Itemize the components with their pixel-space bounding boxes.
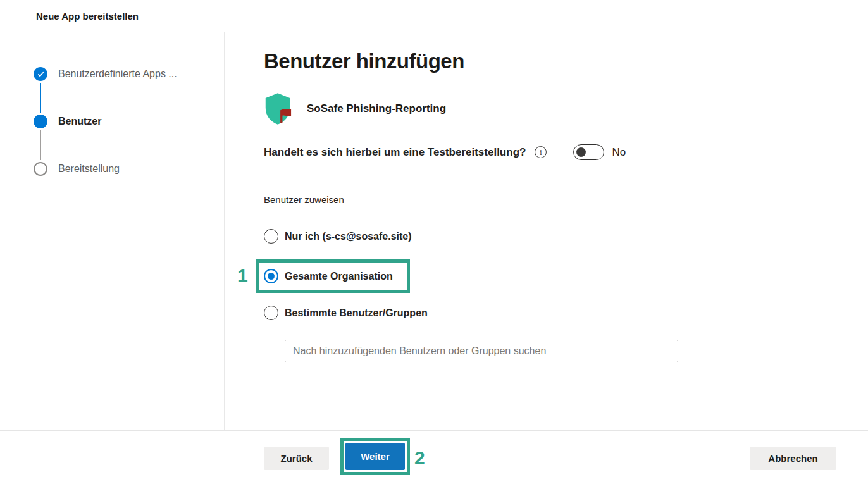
annotation-number-1: 1: [237, 265, 248, 287]
wizard-step-users[interactable]: Benutzer: [34, 115, 177, 128]
dialog-title: Neue App bereitstellen: [36, 0, 139, 32]
wizard-sidebar: Benutzerdefinierte Apps ... Benutzer Ber…: [0, 32, 225, 430]
step-completed-check-icon: [34, 67, 47, 81]
toggle-value-label: No: [612, 146, 626, 159]
radio-selected-icon[interactable]: [264, 269, 278, 283]
wizard-step-label: Bereitstellung: [58, 163, 120, 175]
app-name: SoSafe Phishing-Reporting: [307, 102, 446, 115]
info-icon[interactable]: i: [535, 146, 547, 158]
radio-option-label: Nur ich (s-cs@sosafe.site): [285, 231, 412, 242]
back-button[interactable]: Zurück: [264, 447, 329, 470]
wizard-steps: Benutzerdefinierte Apps ... Benutzer Ber…: [34, 67, 177, 176]
radio-option-label: Bestimmte Benutzer/Gruppen: [285, 307, 428, 319]
test-deployment-row: Handelt es sich hierbei um eine Testbere…: [264, 144, 626, 160]
wizard-step-label: Benutzerdefinierte Apps ...: [58, 68, 177, 80]
toggle-knob-icon: [576, 147, 586, 157]
assign-users-label: Benutzer zuweisen: [264, 194, 344, 205]
radio-option-specific-users[interactable]: Bestimmte Benutzer/Gruppen: [264, 306, 428, 320]
next-button[interactable]: Weiter: [345, 443, 405, 470]
page-title: Benutzer hinzufügen: [264, 49, 464, 73]
radio-unselected-icon[interactable]: [264, 306, 278, 320]
radio-option-only-me[interactable]: Nur ich (s-cs@sosafe.site): [264, 229, 412, 244]
user-group-search-input[interactable]: [285, 340, 678, 362]
step-upcoming-circle-icon: [34, 162, 47, 176]
annotation-highlight-box: Weiter: [340, 438, 410, 475]
shield-flag-icon: [264, 92, 292, 125]
main-content: Benutzer hinzufügen SoSafe Phishing-Repo…: [225, 32, 868, 430]
deploy-app-dialog: Neue App bereitstellen Benutzerdefiniert…: [0, 0, 868, 477]
dialog-header: Neue App bereitstellen: [0, 0, 868, 32]
wizard-connector: [40, 130, 41, 160]
test-deployment-question: Handelt es sich hierbei um eine Testbere…: [264, 146, 526, 159]
cancel-button[interactable]: Abbrechen: [750, 447, 836, 470]
wizard-step-custom-apps[interactable]: Benutzerdefinierte Apps ...: [34, 67, 177, 81]
wizard-step-deployment[interactable]: Bereitstellung: [34, 162, 177, 176]
radio-option-label: Gesamte Organisation: [285, 271, 393, 282]
dialog-footer: Zurück Weiter 2 Abbrechen: [0, 430, 868, 477]
app-row: SoSafe Phishing-Reporting: [264, 92, 446, 125]
radio-unselected-icon[interactable]: [264, 229, 278, 244]
step-current-dot-icon: [34, 115, 47, 128]
test-deployment-toggle[interactable]: [573, 144, 604, 160]
annotation-number-2: 2: [414, 447, 425, 469]
radio-option-entire-organization[interactable]: Gesamte Organisation: [264, 269, 393, 283]
wizard-step-label: Benutzer: [58, 116, 101, 127]
wizard-connector: [40, 83, 41, 113]
